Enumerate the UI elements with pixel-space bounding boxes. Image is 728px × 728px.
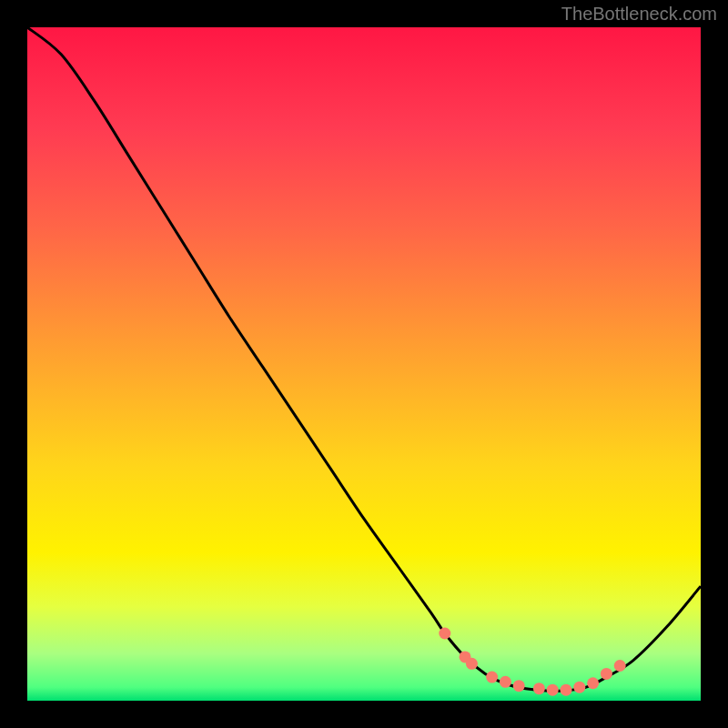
data-point <box>500 676 511 688</box>
watermark-text: TheBottleneck.com <box>561 4 717 25</box>
data-point <box>587 677 599 689</box>
data-point <box>547 684 559 696</box>
data-point <box>561 684 572 696</box>
data-point <box>614 660 626 672</box>
data-point <box>533 682 545 694</box>
data-point <box>486 672 498 683</box>
data-point <box>513 680 525 692</box>
data-point <box>439 628 450 640</box>
data-point <box>466 658 478 670</box>
chart-svg <box>27 27 701 701</box>
data-point <box>601 668 612 680</box>
chart-background-gradient <box>27 27 701 701</box>
data-point <box>573 682 585 693</box>
chart-container: TheBottleneck.com <box>0 0 728 728</box>
chart-plot-area <box>27 27 701 701</box>
